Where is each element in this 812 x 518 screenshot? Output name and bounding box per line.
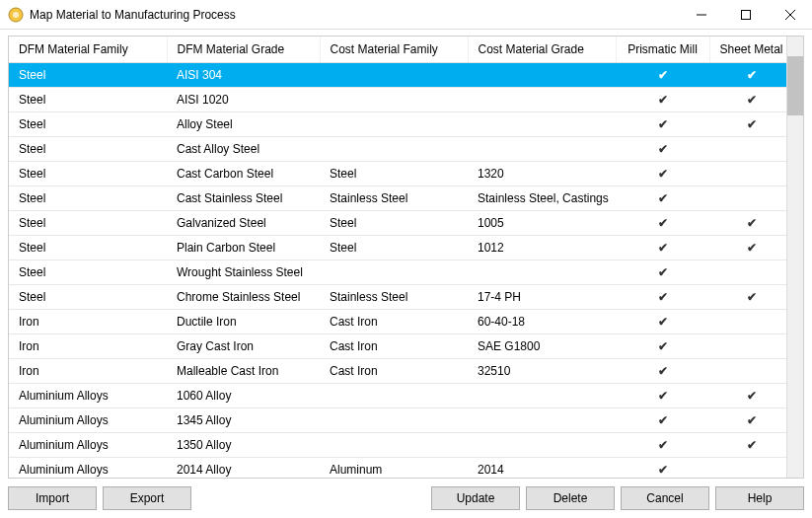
cell-cost-grade: 2014 bbox=[468, 458, 616, 479]
cell-prismatic-mill: ✔ bbox=[616, 137, 709, 162]
vertical-scrollbar[interactable] bbox=[786, 37, 803, 478]
table-row[interactable]: SteelAISI 304✔✔ bbox=[9, 63, 786, 88]
col-prismatic-mill[interactable]: Prismatic Mill bbox=[616, 37, 709, 63]
cell-cost-family bbox=[320, 408, 468, 433]
table-row[interactable]: SteelAISI 1020✔✔ bbox=[9, 88, 786, 112]
cell-cost-grade bbox=[468, 137, 616, 162]
cell-dfm-family: Aluminium Alloys bbox=[9, 384, 167, 408]
cell-dfm-family: Iron bbox=[9, 310, 167, 334]
table-row[interactable]: SteelCast Alloy Steel✔ bbox=[9, 137, 786, 162]
cell-prismatic-mill: ✔ bbox=[616, 88, 709, 112]
cell-prismatic-mill: ✔ bbox=[616, 408, 709, 433]
cell-cost-family: Stainless Steel bbox=[320, 186, 468, 211]
col-dfm-grade[interactable]: DFM Material Grade bbox=[167, 37, 320, 63]
close-button[interactable] bbox=[768, 0, 812, 29]
cell-prismatic-mill: ✔ bbox=[616, 186, 709, 211]
export-button[interactable]: Export bbox=[103, 486, 191, 510]
cell-cost-grade: 32510 bbox=[468, 359, 616, 384]
cell-prismatic-mill: ✔ bbox=[616, 334, 709, 359]
cell-cost-grade: 17-4 PH bbox=[468, 285, 616, 310]
cell-cost-grade bbox=[468, 88, 616, 112]
svg-point-1 bbox=[13, 12, 19, 18]
scrollbar-thumb[interactable] bbox=[787, 56, 803, 115]
table-row[interactable]: SteelPlain Carbon SteelSteel1012✔✔ bbox=[9, 236, 786, 260]
cell-dfm-grade: Ductile Iron bbox=[167, 310, 320, 334]
table-row[interactable]: SteelCast Carbon SteelSteel1320✔ bbox=[9, 162, 786, 186]
cell-cost-family: Steel bbox=[320, 211, 468, 236]
cancel-button[interactable]: Cancel bbox=[621, 486, 709, 510]
cell-dfm-grade: Gray Cast Iron bbox=[167, 334, 320, 359]
cell-sheet-metal bbox=[709, 310, 786, 334]
cell-dfm-grade: Alloy Steel bbox=[167, 112, 320, 137]
import-button[interactable]: Import bbox=[8, 486, 97, 510]
cell-sheet-metal: ✔ bbox=[709, 211, 786, 236]
table-header-row: DFM Material Family DFM Material Grade C… bbox=[9, 37, 786, 63]
cell-dfm-grade: 1345 Alloy bbox=[167, 408, 320, 433]
button-bar: Import Export Update Delete Cancel Help bbox=[0, 479, 812, 518]
cell-cost-grade: 1320 bbox=[468, 162, 616, 186]
cell-cost-family: Cast Iron bbox=[320, 334, 468, 359]
cell-sheet-metal bbox=[709, 260, 786, 285]
cell-cost-family bbox=[320, 88, 468, 112]
table-row[interactable]: SteelWrought Stainless Steel✔ bbox=[9, 260, 786, 285]
maximize-button[interactable] bbox=[723, 0, 768, 29]
table-row[interactable]: SteelAlloy Steel✔✔ bbox=[9, 112, 786, 137]
cell-sheet-metal bbox=[709, 186, 786, 211]
cell-cost-grade: 60-40-18 bbox=[468, 310, 616, 334]
table-row[interactable]: Aluminium Alloys1060 Alloy✔✔ bbox=[9, 384, 786, 408]
update-button[interactable]: Update bbox=[431, 486, 520, 510]
cell-sheet-metal: ✔ bbox=[709, 63, 786, 88]
cell-cost-family bbox=[320, 433, 468, 458]
cell-sheet-metal: ✔ bbox=[709, 236, 786, 260]
table-row[interactable]: Aluminium Alloys1345 Alloy✔✔ bbox=[9, 408, 786, 433]
col-dfm-family[interactable]: DFM Material Family bbox=[9, 37, 167, 63]
table-row[interactable]: IronGray Cast IronCast IronSAE G1800✔ bbox=[9, 334, 786, 359]
cell-dfm-family: Iron bbox=[9, 334, 167, 359]
table-row[interactable]: IronMalleable Cast IronCast Iron32510✔ bbox=[9, 359, 786, 384]
help-button[interactable]: Help bbox=[715, 486, 804, 510]
cell-dfm-grade: Cast Stainless Steel bbox=[167, 186, 320, 211]
cell-dfm-family: Aluminium Alloys bbox=[9, 408, 167, 433]
cell-dfm-grade: Wrought Stainless Steel bbox=[167, 260, 320, 285]
cell-dfm-grade: Malleable Cast Iron bbox=[167, 359, 320, 384]
table-row[interactable]: IronDuctile IronCast Iron60-40-18✔ bbox=[9, 310, 786, 334]
titlebar: Map Material to Manufacturing Process bbox=[0, 0, 812, 30]
cell-dfm-grade: 2014 Alloy bbox=[167, 458, 320, 479]
table-row[interactable]: Aluminium Alloys1350 Alloy✔✔ bbox=[9, 433, 786, 458]
cell-cost-grade: 1005 bbox=[468, 211, 616, 236]
cell-dfm-grade: Chrome Stainless Steel bbox=[167, 285, 320, 310]
cell-dfm-grade: 1350 Alloy bbox=[167, 433, 320, 458]
col-cost-grade[interactable]: Cost Material Grade bbox=[468, 37, 616, 63]
table-row[interactable]: Aluminium Alloys2014 AlloyAluminum2014✔ bbox=[9, 458, 786, 479]
cell-dfm-grade: Galvanized Steel bbox=[167, 211, 320, 236]
col-sheet-metal[interactable]: Sheet Metal bbox=[709, 37, 786, 63]
cell-cost-grade bbox=[468, 384, 616, 408]
minimize-button[interactable] bbox=[679, 0, 723, 29]
cell-dfm-family: Steel bbox=[9, 260, 167, 285]
delete-button[interactable]: Delete bbox=[526, 486, 615, 510]
cell-dfm-grade: 1060 Alloy bbox=[167, 384, 320, 408]
cell-sheet-metal bbox=[709, 137, 786, 162]
table-row[interactable]: SteelChrome Stainless SteelStainless Ste… bbox=[9, 285, 786, 310]
cell-sheet-metal: ✔ bbox=[709, 285, 786, 310]
cell-sheet-metal bbox=[709, 458, 786, 479]
table-row[interactable]: SteelCast Stainless SteelStainless Steel… bbox=[9, 186, 786, 211]
cell-dfm-grade: AISI 1020 bbox=[167, 88, 320, 112]
table-row[interactable]: SteelGalvanized SteelSteel1005✔✔ bbox=[9, 211, 786, 236]
svg-rect-3 bbox=[741, 10, 750, 19]
cell-prismatic-mill: ✔ bbox=[616, 310, 709, 334]
cell-prismatic-mill: ✔ bbox=[616, 112, 709, 137]
cell-cost-grade bbox=[468, 112, 616, 137]
cell-dfm-family: Steel bbox=[9, 88, 167, 112]
cell-sheet-metal: ✔ bbox=[709, 112, 786, 137]
material-table: DFM Material Family DFM Material Grade C… bbox=[8, 36, 804, 479]
cell-sheet-metal bbox=[709, 334, 786, 359]
col-cost-family[interactable]: Cost Material Family bbox=[320, 37, 468, 63]
cell-prismatic-mill: ✔ bbox=[616, 433, 709, 458]
cell-sheet-metal: ✔ bbox=[709, 384, 786, 408]
cell-sheet-metal bbox=[709, 359, 786, 384]
cell-dfm-family: Steel bbox=[9, 137, 167, 162]
cell-prismatic-mill: ✔ bbox=[616, 63, 709, 88]
cell-prismatic-mill: ✔ bbox=[616, 260, 709, 285]
cell-cost-family bbox=[320, 260, 468, 285]
